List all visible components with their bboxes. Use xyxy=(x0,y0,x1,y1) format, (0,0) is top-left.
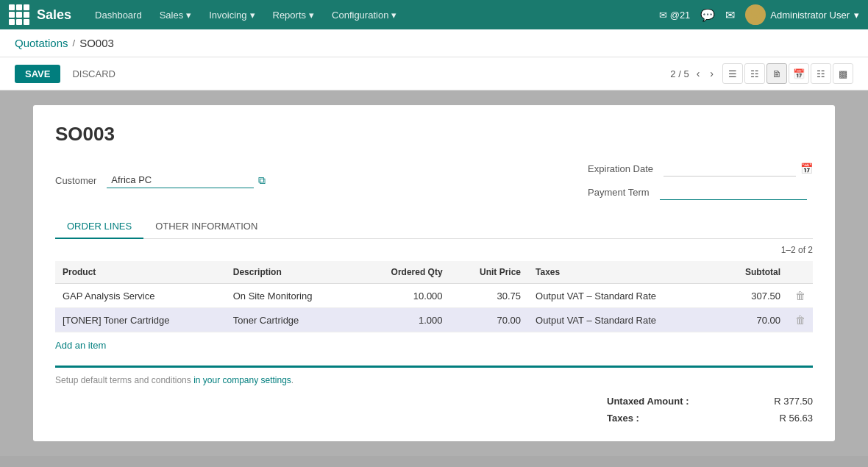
breadcrumb-separator: / xyxy=(73,38,76,49)
avatar xyxy=(745,4,766,25)
brand-logo: Sales xyxy=(37,7,71,23)
pager-next[interactable]: › xyxy=(707,66,716,81)
totals-row: Taxes : R 56.63 xyxy=(607,410,813,427)
nav-menu: Dashboard Sales ▾ Invoicing ▾ Reports ▾ … xyxy=(86,0,659,29)
tab-other-information[interactable]: OTHER INFORMATION xyxy=(143,215,269,239)
customer-field: Africa PC ⧉ xyxy=(107,172,266,188)
expiration-input[interactable] xyxy=(664,160,796,177)
totals-row: Untaxed Amount : R 377.50 xyxy=(607,393,813,410)
delete-icon[interactable]: 🗑 xyxy=(795,314,805,326)
col-actions xyxy=(788,261,813,284)
chart-view-icon[interactable]: ▩ xyxy=(833,63,853,84)
calendar-view-icon[interactable]: 📅 xyxy=(789,63,809,84)
expiration-field: 📅 xyxy=(664,160,813,177)
totals-value: R 377.50 xyxy=(754,396,813,407)
expiration-label: Expiration Date xyxy=(588,163,653,174)
cell-taxes: Output VAT – Standard Rate xyxy=(528,284,718,308)
cell-qty: 1.000 xyxy=(357,308,450,332)
payment-label: Payment Term xyxy=(588,187,650,198)
terms-text: Setup default terms and conditions in yo… xyxy=(55,375,813,385)
delete-icon[interactable]: 🗑 xyxy=(795,290,805,302)
cell-taxes: Output VAT – Standard Rate xyxy=(528,308,718,332)
discard-button[interactable]: DISCARD xyxy=(68,65,120,83)
cell-product: [TONER] Toner Cartridge xyxy=(55,308,226,332)
cell-subtotal: 70.00 xyxy=(718,308,788,332)
at-icon: ✉ xyxy=(659,10,667,21)
grid-view-icon[interactable]: ☷ xyxy=(811,63,831,84)
nav-sales[interactable]: Sales ▾ xyxy=(151,0,201,29)
cell-product: GAP Analysis Service xyxy=(55,284,226,308)
page-background: SO003 Customer Africa PC ⧉ Expiration Da… xyxy=(0,90,868,456)
cell-unit-price: 70.00 xyxy=(450,308,528,332)
document-card: SO003 Customer Africa PC ⧉ Expiration Da… xyxy=(33,105,835,441)
nav-invoicing[interactable]: Invoicing ▾ xyxy=(200,0,263,29)
tab-bar: ORDER LINES OTHER INFORMATION xyxy=(55,215,813,239)
pager: 2 / 5 ‹ › xyxy=(670,66,716,81)
add-item-link[interactable]: Add an item xyxy=(55,340,106,351)
table-pager: 1–2 of 2 xyxy=(55,239,813,261)
form-view-icon[interactable]: 🗎 xyxy=(766,63,787,84)
col-qty: Ordered Qty xyxy=(357,261,450,284)
breadcrumb: Quotations / SO003 xyxy=(0,29,868,57)
cell-description: On Site Monitoring xyxy=(226,284,357,308)
breadcrumb-parent[interactable]: Quotations xyxy=(15,37,68,49)
col-product: Product xyxy=(55,261,226,284)
pager-prev[interactable]: ‹ xyxy=(694,66,703,81)
payment-field xyxy=(660,184,807,200)
totals-label: Taxes : xyxy=(607,413,639,424)
messages-icon[interactable]: ✉ xyxy=(725,8,735,22)
cell-qty: 10.000 xyxy=(357,284,450,308)
table-row[interactable]: [TONER] Toner Cartridge Toner Cartridge … xyxy=(55,308,813,332)
totals-value: R 56.63 xyxy=(754,413,813,424)
nav-reports[interactable]: Reports ▾ xyxy=(264,0,324,29)
order-table: Product Description Ordered Qty Unit Pri… xyxy=(55,261,813,332)
action-bar-right: 2 / 5 ‹ › ☰ ☷ 🗎 📅 ☷ ▩ xyxy=(670,63,853,84)
chat-icon[interactable]: 💬 xyxy=(700,8,715,22)
calendar-icon[interactable]: 📅 xyxy=(800,163,813,174)
form-section: Customer Africa PC ⧉ Expiration Date 📅 xyxy=(55,160,813,200)
table-row[interactable]: GAP Analysis Service On Site Monitoring … xyxy=(55,284,813,308)
svg-point-0 xyxy=(751,7,760,16)
terms-link[interactable]: in your company settings xyxy=(193,375,291,385)
expiration-field-group: Expiration Date 📅 xyxy=(588,160,813,177)
save-button[interactable]: SAVE xyxy=(15,65,60,83)
action-bar: SAVE DISCARD 2 / 5 ‹ › ☰ ☷ 🗎 📅 ☷ ▩ xyxy=(0,57,868,90)
totals-section: Untaxed Amount : R 377.50 Taxes : R 56.6… xyxy=(55,393,813,427)
breadcrumb-current: SO003 xyxy=(79,37,114,49)
col-description: Description xyxy=(226,261,357,284)
customer-external-link-icon[interactable]: ⧉ xyxy=(258,174,266,187)
col-subtotal: Subtotal xyxy=(718,261,788,284)
topnav-right: ✉ @21 💬 ✉ Administrator User ▾ xyxy=(659,4,859,25)
customer-select[interactable]: Africa PC xyxy=(107,172,254,188)
cell-delete[interactable]: 🗑 xyxy=(788,308,813,332)
payment-select[interactable] xyxy=(660,184,807,200)
apps-menu-icon[interactable] xyxy=(9,4,29,25)
cell-unit-price: 30.75 xyxy=(450,284,528,308)
tab-order-lines[interactable]: ORDER LINES xyxy=(55,215,143,239)
payment-field-group: Payment Term xyxy=(588,184,813,200)
kanban-view-icon[interactable]: ☷ xyxy=(744,63,765,84)
top-navigation: Sales Dashboard Sales ▾ Invoicing ▾ Repo… xyxy=(0,0,868,29)
right-fields: Expiration Date 📅 Payment Term xyxy=(588,160,813,200)
nav-dashboard[interactable]: Dashboard xyxy=(86,0,151,29)
col-taxes: Taxes xyxy=(528,261,718,284)
notifications-badge[interactable]: ✉ @21 xyxy=(659,10,691,21)
list-view-icon[interactable]: ☰ xyxy=(722,63,743,84)
svg-point-1 xyxy=(748,17,763,25)
totals-label: Untaxed Amount : xyxy=(607,396,689,407)
user-menu[interactable]: Administrator User ▾ xyxy=(745,4,859,25)
customer-field-group: Customer Africa PC ⧉ xyxy=(55,160,266,200)
col-unit-price: Unit Price xyxy=(450,261,528,284)
view-icons: ☰ ☷ 🗎 📅 ☷ ▩ xyxy=(722,63,853,84)
nav-configuration[interactable]: Configuration ▾ xyxy=(323,0,405,29)
customer-label: Customer xyxy=(55,175,96,186)
cell-delete[interactable]: 🗑 xyxy=(788,284,813,308)
document-title: SO003 xyxy=(55,123,813,146)
cell-description: Toner Cartridge xyxy=(226,308,357,332)
terms-section: Setup default terms and conditions in yo… xyxy=(55,366,813,385)
cell-subtotal: 307.50 xyxy=(718,284,788,308)
